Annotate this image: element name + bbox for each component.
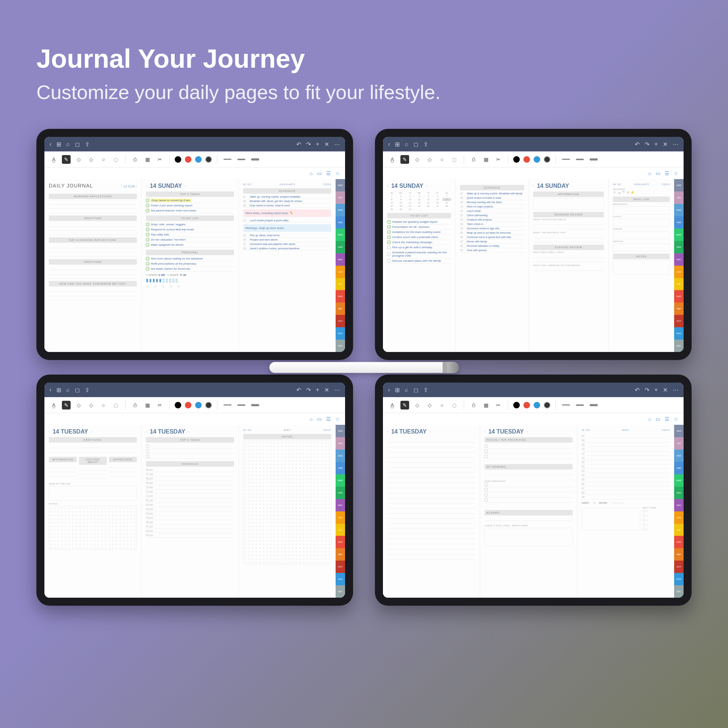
water-tracker[interactable]: ▮▮▮▮▮▯▯▯▯▯ xyxy=(146,278,234,283)
page-3: ‹14 SUNDAY› AFFIRMATION MORNING REVIEW W… xyxy=(529,179,609,352)
lasso-icon[interactable]: ◌ xyxy=(112,155,120,164)
nav-row: ⌂ ▭ ☰ ☆ xyxy=(44,167,345,179)
pen-tool-icon[interactable]: ✎ xyxy=(62,155,70,164)
hero-subtitle: Customize your daily pages to fit your l… xyxy=(37,81,691,103)
tablet-2: ‹⊞⌕◻⇪↶↷+✕⋯ A̲✎◇◇○◌⎙▦✂ ⌂▭☰☆ ‹14 SUNDAY› S… xyxy=(375,129,691,360)
stroke-med[interactable] xyxy=(237,159,245,160)
highlighter-icon[interactable]: ◇ xyxy=(87,155,95,164)
shapes-icon[interactable]: ○ xyxy=(99,155,108,164)
sections: MORNING REFLECTIONSGRATITUDEDAY & EVENIN… xyxy=(49,194,137,301)
date-nav[interactable]: ‹ 14 SUN › xyxy=(121,185,137,188)
page-right: W 02JANUARY2024 SCHEDULE 07Wake up, morn… xyxy=(239,179,336,352)
prev-icon[interactable]: ‹ xyxy=(146,185,147,188)
image-icon[interactable]: ▦ xyxy=(143,155,152,164)
color-red[interactable] xyxy=(185,156,191,163)
page-right: W 20MAY2024 0708091011120102030405060708… xyxy=(577,425,674,598)
add-icon[interactable]: + xyxy=(316,141,319,147)
titlebar: ‹ ⊞ ⌕ ◻ ⇪ ↶ ↷ + ✕ ⋯ xyxy=(44,137,345,151)
page-right: W 20MAY2024 NOTES xyxy=(239,425,336,598)
grid-icon[interactable]: ⊞ xyxy=(57,141,61,148)
star-icon[interactable]: ☆ xyxy=(335,170,340,176)
page-left: DAILY JOURNAL ‹ 14 SUN › MORNING REFLECT… xyxy=(44,179,141,352)
stroke-thin[interactable] xyxy=(223,159,231,160)
color-outline[interactable] xyxy=(205,156,212,163)
next-icon[interactable]: › xyxy=(185,185,186,188)
month-tabs[interactable]: 2023JAN2022FEBMARAPRMAYJUNJULAUGSEPOCTNO… xyxy=(336,179,345,352)
color-black[interactable] xyxy=(175,156,181,163)
back-icon[interactable]: ‹ xyxy=(49,141,51,147)
page-left: ‹14 TUESDAY› xyxy=(383,425,480,598)
bookmark-icon[interactable]: ◻ xyxy=(75,141,80,148)
text-tool-icon[interactable]: A̲ xyxy=(49,155,58,164)
tablet-1: ‹ ⊞ ⌕ ◻ ⇪ ↶ ↷ + ✕ ⋯ A̲ ✎ ◇ ◇ ○ ◌ ⎙ ▦ ✂ ⌂… xyxy=(37,129,353,360)
page-mid: ‹14 TUESDAY› TOP 3 TASKS ✓✓✓ SCHEDULE 06… xyxy=(141,425,239,598)
toolbar: A̲ ✎ ◇ ◇ ○ ◌ ⎙ ▦ ✂ xyxy=(44,151,345,167)
apple-pencil xyxy=(269,362,459,373)
close-icon[interactable]: ✕ xyxy=(324,141,329,148)
stroke-thick[interactable] xyxy=(251,158,259,161)
search-icon[interactable]: ⌕ xyxy=(66,141,70,147)
undo-icon[interactable]: ↶ xyxy=(296,141,301,148)
mood-tracker[interactable]: ☺ ☺ ☺ ☺ ☺ xyxy=(146,284,234,288)
doc-icon[interactable]: ▭ xyxy=(317,170,322,176)
page-mid: ‹14 TUESDAY› FOCUS / TOP PRIORITIES ✓✓✓ … xyxy=(480,425,577,598)
tablet-4: ‹⊞⌕◻⇪↶↷+✕⋯ A̲✎◇◇○◌⎙▦✂ ⌂▭☰☆ ‹14 TUESDAY› … xyxy=(375,375,691,606)
more-icon[interactable]: ⋯ xyxy=(334,141,340,148)
tablet-3: ‹⊞⌕◻⇪↶↷+✕⋯ A̲✎◇◇○◌⎙▦✂ ⌂▭☰☆ ‹14 TUESDAY› … xyxy=(37,375,353,606)
eraser-icon[interactable]: ◇ xyxy=(74,155,83,164)
page-1: ‹14 SUNDAY› SuMoTuWeThFrSa12345678910111… xyxy=(383,179,455,352)
clip-icon[interactable]: ✂ xyxy=(155,155,164,164)
share-icon[interactable]: ⇪ xyxy=(85,141,90,148)
color-blue[interactable] xyxy=(195,156,202,163)
page-mid: ‹14 SUNDAY› TOP 3 TASKS ✓Drop Jamie to s… xyxy=(141,179,239,352)
page-2: SCHEDULE 07Wake up & morning routine. Br… xyxy=(455,179,528,352)
page-title: DAILY JOURNAL xyxy=(49,183,93,188)
page-4: W 02JANUARY2024 WEATHER☀ ☁ ☂ ❄ ⚡ MEAL LO… xyxy=(608,179,674,352)
redo-icon[interactable]: ↷ xyxy=(306,141,311,148)
list-icon[interactable]: ☰ xyxy=(326,170,331,176)
camera-icon[interactable]: ⎙ xyxy=(131,155,139,164)
page-left: ‹14 TUESDAY› GRATITUDE: AFFIRMATION EXCI… xyxy=(44,425,141,598)
hero-title: Journal Your Journey xyxy=(37,44,691,73)
home-icon[interactable]: ⌂ xyxy=(310,170,313,176)
